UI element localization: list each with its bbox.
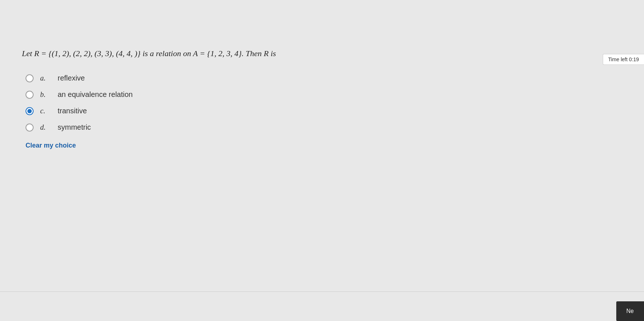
- options-list: a. reflexive b. an equivalence relation …: [26, 74, 564, 132]
- question-set: = {1, 2, 3, 4}. Then: [198, 49, 264, 58]
- option-d[interactable]: d. symmetric: [26, 123, 564, 132]
- clear-choice-label: Clear my choice: [26, 142, 76, 149]
- question-prefix: Let: [22, 49, 34, 58]
- divider-line: [0, 291, 644, 292]
- option-c[interactable]: c. transitive: [26, 107, 564, 115]
- next-button-label: Ne: [626, 308, 634, 314]
- question-r2-var: R: [264, 49, 269, 58]
- question-eq: = {(1, 2), (2, 2), (3, 3), (4, 4, )} is …: [39, 49, 193, 58]
- radio-b[interactable]: [26, 91, 34, 99]
- question-area: Let R = {(1, 2), (2, 2), (3, 3), (4, 4, …: [22, 47, 564, 149]
- question-suffix: is: [269, 49, 276, 58]
- option-c-text: transitive: [58, 107, 87, 115]
- option-d-text: symmetric: [58, 123, 91, 132]
- question-text: Let R = {(1, 2), (2, 2), (3, 3), (4, 4, …: [22, 47, 564, 59]
- timer-box: Time left 0:19: [603, 54, 644, 65]
- option-a-label: a.: [40, 74, 51, 82]
- radio-c[interactable]: [26, 107, 34, 115]
- radio-d[interactable]: [26, 124, 34, 132]
- option-a[interactable]: a. reflexive: [26, 74, 564, 82]
- option-b-text: an equivalence relation: [58, 90, 133, 99]
- question-r-var: R: [34, 49, 39, 58]
- question-a-var: A: [193, 49, 198, 58]
- option-a-text: reflexive: [58, 74, 85, 82]
- page-container: Time left 0:19 Let R = {(1, 2), (2, 2), …: [0, 0, 644, 321]
- next-button[interactable]: Ne: [616, 301, 644, 321]
- option-c-label: c.: [40, 107, 51, 115]
- option-b[interactable]: b. an equivalence relation: [26, 90, 564, 99]
- radio-a[interactable]: [26, 74, 34, 82]
- timer-label: Time left 0:19: [608, 56, 639, 62]
- clear-choice-button[interactable]: Clear my choice: [26, 142, 564, 149]
- option-b-label: b.: [40, 90, 51, 99]
- option-d-label: d.: [40, 123, 51, 132]
